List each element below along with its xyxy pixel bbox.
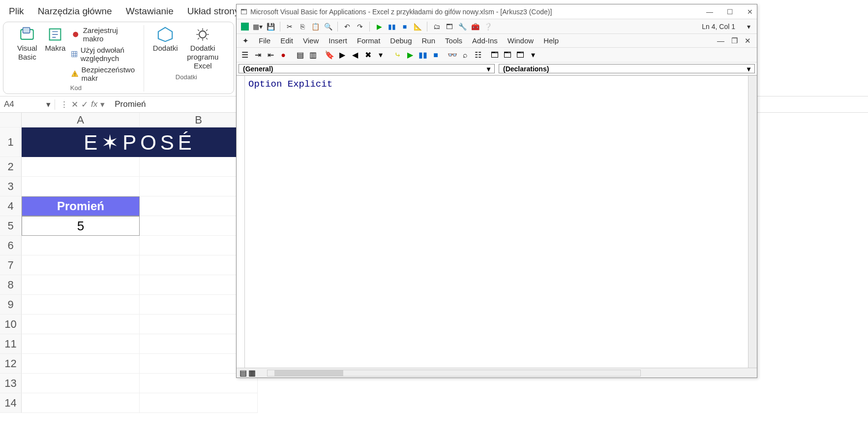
visual-basic-button[interactable]: Visual Basic <box>13 25 41 82</box>
toolbox-icon[interactable]: 🧰 <box>471 22 479 31</box>
mdi-minimize-button[interactable]: — <box>717 36 724 45</box>
scroll-thumb[interactable] <box>274 370 343 376</box>
name-box[interactable]: A4 ▾ <box>0 99 55 110</box>
relative-refs-button[interactable]: Użyj odwołań względnych <box>71 46 138 63</box>
break-icon[interactable]: ▮▮ <box>388 22 396 31</box>
toolbar-overflow-icon[interactable]: ▾ <box>744 22 753 31</box>
row-header[interactable]: 6 <box>0 236 22 255</box>
pause-icon[interactable]: ▮▮ <box>419 51 427 60</box>
row-header[interactable]: 11 <box>0 334 22 354</box>
dodatki-button[interactable]: Dodatki <box>149 25 182 71</box>
cell[interactable] <box>22 334 140 354</box>
uncomment-icon[interactable]: ▥ <box>308 51 317 60</box>
tab-uklad[interactable]: Układ strony <box>187 6 239 17</box>
row-header[interactable]: 8 <box>0 275 22 295</box>
menu-addins[interactable]: Add-Ins <box>472 36 498 45</box>
vba-code-editor[interactable]: Option Explicit <box>237 75 757 368</box>
immediate-icon[interactable]: 🗔 <box>503 51 512 60</box>
copy-icon[interactable]: ⎘ <box>298 22 307 31</box>
comment-icon[interactable]: ▤ <box>296 51 304 60</box>
row-header[interactable]: 10 <box>0 315 22 334</box>
help-icon[interactable]: ❔ <box>483 22 492 31</box>
row-header[interactable]: 5 <box>0 216 22 236</box>
properties-icon[interactable]: 🗔 <box>445 22 454 31</box>
redo-icon[interactable]: ↷ <box>356 22 364 31</box>
confirm-icon[interactable]: ✓ <box>81 99 88 110</box>
col-header[interactable]: A <box>22 113 140 127</box>
stop-icon[interactable]: ■ <box>431 51 440 60</box>
outdent-icon[interactable]: ⇤ <box>266 51 275 60</box>
minimize-button[interactable]: — <box>706 8 713 16</box>
menu-window[interactable]: Window <box>508 36 534 45</box>
cut-icon[interactable]: ✂ <box>285 22 294 31</box>
menu-file[interactable]: File <box>259 36 270 45</box>
row-header[interactable]: 14 <box>0 393 22 413</box>
record-macro-button[interactable]: Zarejestruj makro <box>71 26 138 43</box>
mdi-restore-button[interactable]: ❐ <box>731 36 738 45</box>
quick-watch-icon[interactable]: ⌕ <box>461 51 470 60</box>
maximize-button[interactable]: ☐ <box>727 8 733 16</box>
call-stack-icon[interactable]: ☷ <box>474 51 482 60</box>
tab-plik[interactable]: Plik <box>9 6 24 17</box>
excel-icon[interactable] <box>240 22 249 31</box>
object-browser-icon[interactable]: 🔧 <box>458 22 467 31</box>
menu-format[interactable]: Format <box>357 36 381 45</box>
full-module-view-icon[interactable]: ▦ <box>247 369 256 378</box>
indent-icon[interactable]: ⇥ <box>253 51 262 60</box>
locals-icon[interactable]: 🗔 <box>490 51 499 60</box>
menu-view[interactable]: View <box>303 36 319 45</box>
save-icon[interactable]: 💾 <box>266 22 275 31</box>
cell[interactable] <box>22 295 140 315</box>
chevron-down-icon[interactable]: ▾ <box>46 99 51 110</box>
dots-icon[interactable]: ⋮ <box>60 99 68 110</box>
row-header[interactable]: 3 <box>0 177 22 196</box>
cell[interactable] <box>140 393 258 413</box>
reset-icon[interactable]: ■ <box>400 22 409 31</box>
close-button[interactable]: ✕ <box>747 8 753 16</box>
cell[interactable] <box>22 275 140 295</box>
cell-promien-header[interactable]: Promień <box>22 196 140 216</box>
row-header[interactable]: 7 <box>0 255 22 275</box>
prev-bookmark-icon[interactable]: ◀ <box>351 51 359 60</box>
cell[interactable] <box>22 393 140 413</box>
list-properties-icon[interactable]: ☰ <box>240 51 249 60</box>
cells[interactable]: E✶POSÉ Promień 5 <box>22 127 258 413</box>
toolbar-overflow-icon[interactable]: ▾ <box>376 51 385 60</box>
horizontal-scrollbar[interactable] <box>267 370 641 377</box>
select-all-corner[interactable] <box>0 113 22 127</box>
watch-icon[interactable]: 👓 <box>448 51 457 60</box>
dodatki-excel-button[interactable]: Dodatki programu Excel <box>182 25 224 71</box>
row-header[interactable]: 12 <box>0 354 22 374</box>
next-bookmark-icon[interactable]: ▶ <box>338 51 347 60</box>
menu-run[interactable]: Run <box>422 36 436 45</box>
chevron-down-icon[interactable]: ▾ <box>100 99 105 110</box>
row-header[interactable]: 2 <box>0 157 22 177</box>
cell[interactable] <box>22 255 140 275</box>
cell[interactable] <box>22 236 140 255</box>
object-dropdown[interactable]: (General) ▾ <box>239 64 495 73</box>
toolbar-overflow-icon[interactable]: ▾ <box>529 51 538 60</box>
run-sub-icon[interactable]: ▶ <box>406 51 415 60</box>
procedure-dropdown[interactable]: (Declarations) ▾ <box>499 64 755 73</box>
vba-titlebar[interactable]: 🗔 Microsoft Visual Basic for Application… <box>237 4 757 19</box>
find-icon[interactable]: 🔍 <box>324 22 332 31</box>
tab-narzedzia[interactable]: Narzędzia główne <box>38 6 112 17</box>
design-mode-icon[interactable]: 📐 <box>413 22 422 31</box>
cancel-icon[interactable]: ✕ <box>71 99 78 110</box>
tab-wstawianie[interactable]: Wstawianie <box>126 6 174 17</box>
formula-text[interactable]: Promień <box>110 99 146 109</box>
cell[interactable] <box>22 315 140 334</box>
step-into-icon[interactable]: ⤷ <box>393 51 402 60</box>
menu-debug[interactable]: Debug <box>390 36 412 45</box>
menu-tools[interactable]: Tools <box>445 36 462 45</box>
paste-icon[interactable]: 📋 <box>311 22 320 31</box>
insert-item-icon[interactable]: ▦▾ <box>253 22 262 31</box>
menu-edit[interactable]: Edit <box>280 36 293 45</box>
cell[interactable] <box>22 157 140 177</box>
macro-security-button[interactable]: ! Bezpieczeństwo makr <box>71 65 138 82</box>
cell[interactable] <box>22 374 140 393</box>
mdi-close-button[interactable]: ✕ <box>745 36 751 45</box>
menu-insert[interactable]: Insert <box>329 36 347 45</box>
row-header[interactable]: 1 <box>0 127 22 157</box>
breakpoint-icon[interactable]: ● <box>279 51 288 60</box>
